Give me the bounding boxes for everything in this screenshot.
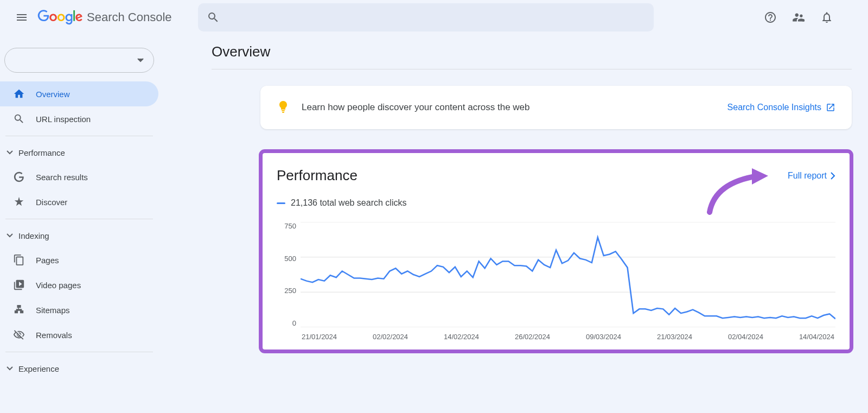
- hamburger-icon: [15, 11, 28, 24]
- people-settings-icon: [792, 10, 806, 24]
- section-label: Experience: [18, 364, 59, 373]
- sidebar-item-url-inspection[interactable]: URL inspection: [0, 106, 158, 131]
- google-g-icon: [13, 171, 25, 183]
- search-icon: [13, 113, 25, 125]
- chevron-right-icon: [830, 172, 835, 180]
- hamburger-menu-button[interactable]: [9, 4, 35, 30]
- chevron-down-icon: [7, 366, 13, 371]
- help-button[interactable]: [760, 7, 781, 28]
- sidebar: Overview URL inspection Performance Sear…: [0, 43, 163, 380]
- sidebar-item-sitemaps[interactable]: Sitemaps: [0, 297, 158, 322]
- search-icon: [207, 11, 220, 24]
- y-axis-labels: 7505002500: [277, 222, 296, 327]
- line-chart: [301, 222, 835, 327]
- sidebar-item-overview[interactable]: Overview: [0, 81, 158, 106]
- insights-card: Learn how people discover your content a…: [260, 86, 852, 129]
- people-button[interactable]: [788, 7, 809, 28]
- divider: [5, 352, 153, 352]
- logo: Search Console: [37, 10, 172, 25]
- full-report-label: Full report: [788, 171, 827, 181]
- insights-text: Learn how people discover your content a…: [302, 102, 530, 113]
- sitemap-icon: [13, 304, 25, 316]
- sidebar-item-search-results[interactable]: Search results: [0, 164, 158, 189]
- chart-legend: 21,136 total web search clicks: [277, 198, 835, 208]
- discover-icon: [13, 196, 25, 208]
- sidebar-section-indexing[interactable]: Indexing: [0, 224, 158, 247]
- sidebar-item-label: Discover: [36, 198, 67, 207]
- legend-label: 21,136 total web search clicks: [291, 198, 406, 208]
- sidebar-item-label: URL inspection: [36, 115, 91, 124]
- sidebar-item-removals[interactable]: Removals: [0, 322, 158, 347]
- video-icon: [13, 279, 25, 291]
- sidebar-item-label: Removals: [36, 331, 72, 340]
- sidebar-item-label: Search results: [36, 173, 88, 182]
- content: Overview Learn how people discover your …: [212, 43, 852, 352]
- insights-link-label: Search Console Insights: [727, 103, 821, 112]
- sidebar-item-label: Pages: [36, 256, 59, 265]
- performance-title: Performance: [277, 167, 358, 184]
- full-report-link[interactable]: Full report: [788, 171, 835, 181]
- sidebar-section-performance[interactable]: Performance: [0, 141, 158, 164]
- chart: 7505002500 21/01/202402/02/202414/02/202…: [277, 222, 835, 341]
- search-bar[interactable]: [198, 3, 654, 31]
- property-selector[interactable]: [4, 48, 154, 73]
- chevron-down-icon: [137, 58, 144, 62]
- svg-rect-1: [282, 110, 285, 111]
- bell-icon: [820, 11, 833, 24]
- divider: [212, 69, 852, 69]
- page-title: Overview: [212, 43, 852, 60]
- header: Search Console: [0, 0, 868, 35]
- sidebar-item-label: Video pages: [36, 281, 81, 290]
- divider: [5, 136, 153, 136]
- app-name: Search Console: [87, 10, 172, 24]
- sidebar-section-experience[interactable]: Experience: [0, 357, 158, 380]
- divider: [5, 219, 153, 219]
- help-icon: [764, 11, 777, 24]
- sidebar-item-label: Sitemaps: [36, 306, 70, 315]
- svg-rect-2: [282, 112, 284, 113]
- performance-card: Performance Full report 21,136 total web…: [260, 151, 852, 352]
- sidebar-item-video-pages[interactable]: Video pages: [0, 272, 158, 297]
- legend-color-swatch: [277, 202, 285, 204]
- notifications-button[interactable]: [816, 7, 838, 28]
- sidebar-item-label: Overview: [36, 90, 70, 99]
- pages-icon: [13, 254, 25, 266]
- section-label: Performance: [18, 148, 65, 157]
- open-in-new-icon: [826, 103, 835, 112]
- sidebar-item-discover[interactable]: Discover: [0, 189, 158, 214]
- home-icon: [13, 88, 25, 100]
- google-logo-icon: [37, 10, 84, 25]
- svg-point-0: [802, 19, 805, 22]
- lightbulb-icon: [277, 100, 290, 115]
- visibility-off-icon: [13, 329, 25, 341]
- insights-link[interactable]: Search Console Insights: [727, 103, 835, 112]
- sidebar-item-pages[interactable]: Pages: [0, 247, 158, 272]
- chevron-down-icon: [7, 233, 13, 238]
- chevron-down-icon: [7, 150, 13, 155]
- x-axis-labels: 21/01/202402/02/202414/02/202426/02/2024…: [301, 333, 835, 341]
- section-label: Indexing: [18, 231, 49, 240]
